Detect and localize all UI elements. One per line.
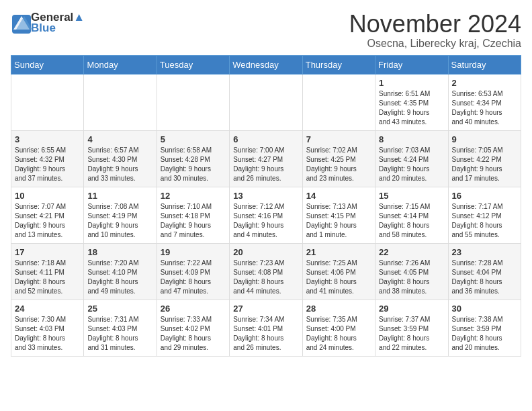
- week-row-1: 1Sunrise: 6:51 AM Sunset: 4:35 PM Daylig…: [11, 74, 521, 130]
- month-title: November 2024: [349, 11, 521, 38]
- weekday-wednesday: Wednesday: [230, 55, 302, 74]
- weekday-thursday: Thursday: [302, 55, 375, 74]
- calendar-cell: [84, 74, 157, 130]
- calendar-cell: 1Sunrise: 6:51 AM Sunset: 4:35 PM Daylig…: [375, 74, 448, 130]
- day-info: Sunrise: 7:33 AM Sunset: 4:02 PM Dayligh…: [161, 315, 226, 353]
- calendar-cell: 26Sunrise: 7:33 AM Sunset: 4:02 PM Dayli…: [157, 300, 229, 356]
- day-info: Sunrise: 7:03 AM Sunset: 4:24 PM Dayligh…: [379, 146, 444, 183]
- day-info: Sunrise: 7:31 AM Sunset: 4:03 PM Dayligh…: [87, 315, 152, 353]
- day-info: Sunrise: 7:38 AM Sunset: 3:59 PM Dayligh…: [452, 315, 517, 353]
- calendar-cell: 21Sunrise: 7:25 AM Sunset: 4:06 PM Dayli…: [302, 243, 375, 300]
- title-block: November 2024 Osecna, Liberecky kraj, Cz…: [349, 11, 521, 50]
- calendar-cell: [157, 74, 229, 130]
- day-number: 18: [87, 247, 152, 257]
- day-info: Sunrise: 7:15 AM Sunset: 4:14 PM Dayligh…: [379, 202, 444, 240]
- day-number: 10: [15, 191, 80, 201]
- day-info: Sunrise: 7:25 AM Sunset: 4:06 PM Dayligh…: [306, 259, 371, 296]
- calendar-cell: 14Sunrise: 7:13 AM Sunset: 4:15 PM Dayli…: [302, 187, 375, 243]
- day-number: 23: [452, 247, 517, 257]
- weekday-monday: Monday: [84, 55, 157, 74]
- day-number: 1: [379, 78, 444, 88]
- calendar-cell: 7Sunrise: 7:02 AM Sunset: 4:25 PM Daylig…: [302, 130, 375, 187]
- calendar-cell: 8Sunrise: 7:03 AM Sunset: 4:24 PM Daylig…: [375, 130, 448, 187]
- day-number: 28: [306, 304, 371, 314]
- calendar-cell: 27Sunrise: 7:34 AM Sunset: 4:01 PM Dayli…: [230, 300, 302, 356]
- header: General▲ Blue November 2024 Osecna, Libe…: [11, 11, 521, 50]
- day-number: 19: [161, 247, 226, 257]
- day-info: Sunrise: 7:02 AM Sunset: 4:25 PM Dayligh…: [306, 146, 371, 183]
- day-number: 2: [452, 78, 517, 88]
- day-info: Sunrise: 7:10 AM Sunset: 4:18 PM Dayligh…: [161, 202, 226, 240]
- calendar-cell: 12Sunrise: 7:10 AM Sunset: 4:18 PM Dayli…: [157, 187, 229, 243]
- calendar-cell: 17Sunrise: 7:18 AM Sunset: 4:11 PM Dayli…: [11, 243, 84, 300]
- day-info: Sunrise: 7:28 AM Sunset: 4:04 PM Dayligh…: [452, 259, 517, 296]
- day-number: 12: [161, 191, 226, 201]
- day-number: 21: [306, 247, 371, 257]
- day-number: 14: [306, 191, 371, 201]
- day-number: 22: [379, 247, 444, 257]
- calendar-cell: 2Sunrise: 6:53 AM Sunset: 4:34 PM Daylig…: [448, 74, 521, 130]
- day-number: 8: [379, 134, 444, 144]
- day-info: Sunrise: 6:58 AM Sunset: 4:28 PM Dayligh…: [161, 146, 226, 183]
- calendar-cell: 16Sunrise: 7:17 AM Sunset: 4:12 PM Dayli…: [448, 187, 521, 243]
- calendar-cell: 28Sunrise: 7:35 AM Sunset: 4:00 PM Dayli…: [302, 300, 375, 356]
- calendar-cell: [230, 74, 302, 130]
- calendar-cell: 23Sunrise: 7:28 AM Sunset: 4:04 PM Dayli…: [448, 243, 521, 300]
- day-number: 4: [87, 134, 152, 144]
- location-subtitle: Osecna, Liberecky kraj, Czechia: [349, 38, 521, 50]
- day-number: 13: [233, 191, 298, 201]
- calendar-cell: 20Sunrise: 7:23 AM Sunset: 4:08 PM Dayli…: [230, 243, 302, 300]
- day-number: 30: [452, 304, 517, 314]
- calendar-cell: [302, 74, 375, 130]
- day-info: Sunrise: 7:00 AM Sunset: 4:27 PM Dayligh…: [233, 146, 298, 183]
- week-row-4: 17Sunrise: 7:18 AM Sunset: 4:11 PM Dayli…: [11, 243, 521, 300]
- day-info: Sunrise: 7:30 AM Sunset: 4:03 PM Dayligh…: [15, 315, 80, 353]
- day-info: Sunrise: 7:05 AM Sunset: 4:22 PM Dayligh…: [452, 146, 517, 183]
- day-number: 9: [452, 134, 517, 144]
- calendar-cell: 29Sunrise: 7:37 AM Sunset: 3:59 PM Dayli…: [375, 300, 448, 356]
- day-number: 20: [233, 247, 298, 257]
- calendar-cell: 9Sunrise: 7:05 AM Sunset: 4:22 PM Daylig…: [448, 130, 521, 187]
- day-info: Sunrise: 7:18 AM Sunset: 4:11 PM Dayligh…: [15, 259, 80, 296]
- week-row-3: 10Sunrise: 7:07 AM Sunset: 4:21 PM Dayli…: [11, 187, 521, 243]
- week-row-2: 3Sunrise: 6:55 AM Sunset: 4:32 PM Daylig…: [11, 130, 521, 187]
- logo-text: General▲ Blue: [31, 11, 85, 35]
- day-info: Sunrise: 6:57 AM Sunset: 4:30 PM Dayligh…: [87, 146, 152, 183]
- day-info: Sunrise: 7:26 AM Sunset: 4:05 PM Dayligh…: [379, 259, 444, 296]
- day-info: Sunrise: 7:08 AM Sunset: 4:19 PM Dayligh…: [87, 202, 152, 240]
- day-number: 11: [87, 191, 152, 201]
- calendar-cell: 22Sunrise: 7:26 AM Sunset: 4:05 PM Dayli…: [375, 243, 448, 300]
- calendar-cell: 15Sunrise: 7:15 AM Sunset: 4:14 PM Dayli…: [375, 187, 448, 243]
- day-info: Sunrise: 6:55 AM Sunset: 4:32 PM Dayligh…: [15, 146, 80, 183]
- day-info: Sunrise: 6:53 AM Sunset: 4:34 PM Dayligh…: [452, 89, 517, 127]
- day-info: Sunrise: 7:23 AM Sunset: 4:08 PM Dayligh…: [233, 259, 298, 296]
- day-number: 6: [233, 134, 298, 144]
- day-number: 27: [233, 304, 298, 314]
- week-row-5: 24Sunrise: 7:30 AM Sunset: 4:03 PM Dayli…: [11, 300, 521, 356]
- calendar-cell: 18Sunrise: 7:20 AM Sunset: 4:10 PM Dayli…: [84, 243, 157, 300]
- calendar-cell: 5Sunrise: 6:58 AM Sunset: 4:28 PM Daylig…: [157, 130, 229, 187]
- weekday-friday: Friday: [375, 55, 448, 74]
- weekday-header-row: SundayMondayTuesdayWednesdayThursdayFrid…: [11, 55, 521, 74]
- calendar-table: SundayMondayTuesdayWednesdayThursdayFrid…: [11, 55, 521, 357]
- weekday-sunday: Sunday: [11, 55, 84, 74]
- calendar-cell: 11Sunrise: 7:08 AM Sunset: 4:19 PM Dayli…: [84, 187, 157, 243]
- day-info: Sunrise: 7:37 AM Sunset: 3:59 PM Dayligh…: [379, 315, 444, 353]
- day-number: 26: [161, 304, 226, 314]
- logo-icon: [11, 13, 30, 32]
- day-info: Sunrise: 7:12 AM Sunset: 4:16 PM Dayligh…: [233, 202, 298, 240]
- day-number: 5: [161, 134, 226, 144]
- day-number: 15: [379, 191, 444, 201]
- day-info: Sunrise: 7:34 AM Sunset: 4:01 PM Dayligh…: [233, 315, 298, 353]
- calendar-cell: [11, 74, 84, 130]
- day-info: Sunrise: 7:35 AM Sunset: 4:00 PM Dayligh…: [306, 315, 371, 353]
- weekday-saturday: Saturday: [448, 55, 521, 74]
- weekday-tuesday: Tuesday: [157, 55, 229, 74]
- day-number: 29: [379, 304, 444, 314]
- calendar-cell: 4Sunrise: 6:57 AM Sunset: 4:30 PM Daylig…: [84, 130, 157, 187]
- calendar-cell: 30Sunrise: 7:38 AM Sunset: 3:59 PM Dayli…: [448, 300, 521, 356]
- day-info: Sunrise: 6:51 AM Sunset: 4:35 PM Dayligh…: [379, 89, 444, 127]
- calendar-cell: 6Sunrise: 7:00 AM Sunset: 4:27 PM Daylig…: [230, 130, 302, 187]
- day-info: Sunrise: 7:13 AM Sunset: 4:15 PM Dayligh…: [306, 202, 371, 240]
- day-info: Sunrise: 7:17 AM Sunset: 4:12 PM Dayligh…: [452, 202, 517, 240]
